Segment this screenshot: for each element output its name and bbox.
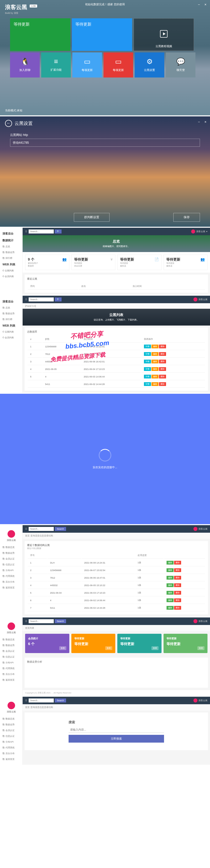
view-button[interactable]: 查看: [59, 646, 66, 650]
edit-button[interactable]: 编辑: [166, 561, 174, 564]
detail-button[interactable]: 详情: [144, 345, 151, 348]
table-row: 54112021-06-02 14:44:28详情编辑删除: [28, 381, 205, 388]
hero: 总览 能够编图片、填写图表等。: [23, 235, 210, 252]
avatar[interactable]: [193, 527, 198, 531]
site-input[interactable]: [10, 139, 200, 147]
minimize-button[interactable]: −: [198, 2, 200, 6]
stat-card: ¥等待更新等待更新来自百度: [71, 254, 115, 270]
search-button[interactable]: Search: [55, 527, 66, 531]
table-row: 642021-06-02 14:06:441条编辑删除: [28, 597, 205, 604]
search-input[interactable]: [29, 229, 54, 234]
tile-update-2[interactable]: ▭每项更新: [104, 53, 133, 78]
nav-members[interactable]: © 会员列表: [0, 274, 22, 279]
minimize-button[interactable]: −: [198, 120, 200, 124]
search-button[interactable]: 🔍: [55, 298, 61, 302]
version-badge: 1.06: [30, 4, 37, 7]
nav-rank[interactable]: 数 排行榜: [0, 255, 22, 261]
search-input[interactable]: [29, 298, 54, 302]
tile-update-1[interactable]: ▭每项更新: [72, 53, 102, 78]
table-row: 754112021-06-02 14:44:281条编辑删除: [28, 604, 205, 612]
tile-join-group[interactable]: 🐧加入群聊: [10, 53, 40, 78]
breadcrumb: 首页列表: [23, 625, 210, 631]
chevron-down-icon[interactable]: ▾: [206, 230, 208, 233]
topbar: ☰ 🔍 浪客云黑▾: [23, 228, 210, 235]
settings-window: ← 云黑设置 − × 云黑网站 http 群判断设置 保存: [0, 116, 210, 227]
search-button[interactable]: Search: [55, 619, 66, 623]
search-button[interactable]: Search: [55, 699, 66, 703]
section-title: 最近云黑: [27, 277, 206, 281]
avatar: [7, 530, 15, 538]
app-subtitle: Build by 浪客: [5, 11, 205, 15]
yen-icon: ¥: [110, 257, 112, 261]
delete-button[interactable]: 删除: [174, 561, 181, 564]
avatar: [7, 702, 15, 709]
table-row: 42021-06-052021-06-04 17:10:23详情编辑删除: [28, 366, 205, 373]
settings-title: 云黑设置: [15, 120, 33, 126]
sidebar: 浪客后台 数 总览 数 数据走势 数 排行榜 WEB 列表 © 云黑列表 © 会…: [0, 296, 23, 393]
search-input[interactable]: [29, 619, 54, 623]
menu-icon[interactable]: ☰: [25, 528, 27, 530]
nav-trends[interactable]: 数 数据走势: [0, 250, 22, 255]
loading-screen: 实在实在的连接中...: [0, 394, 210, 524]
stat-card: 📄等待更新等待更新服务器: [117, 254, 161, 270]
avatar: [7, 622, 15, 630]
stat-card: 等待更新等待更新查看: [71, 634, 115, 653]
menu-icon[interactable]: ☰: [25, 298, 27, 301]
menu-icon[interactable]: ☰: [25, 620, 27, 622]
edit-button[interactable]: 编辑: [152, 345, 158, 348]
search-input[interactable]: [29, 699, 54, 703]
table-row: 378122021-06-06 16:47:011条编辑删除: [28, 574, 205, 581]
close-button[interactable]: ×: [205, 120, 207, 124]
chat-icon: 💬: [166, 57, 195, 66]
menu-icon[interactable]: ☰: [25, 699, 27, 702]
update-tile-2[interactable]: 等待更新: [72, 18, 132, 51]
nav-blacklist[interactable]: © 云黑列表: [0, 268, 22, 274]
brand: 浪客后台: [0, 230, 22, 237]
tile-extensions[interactable]: ≡扩展功能: [41, 53, 71, 78]
site-label: 云黑网站 http: [10, 133, 200, 137]
gear-icon: ⚙: [135, 57, 164, 66]
admin-query: 浪客云黑 数 数据总览 数 数据走势 数 会员认证 数 信息认证 数 分布API…: [0, 525, 210, 616]
layers-icon: ≡: [41, 57, 71, 65]
avatar[interactable]: [193, 699, 198, 703]
search-input[interactable]: [29, 527, 54, 531]
users-icon: 👥: [62, 257, 67, 261]
stat-card: 等待更新等待更新查看: [163, 634, 208, 653]
loading-text: 实在实在的连接中...: [93, 465, 117, 469]
update-tile-1[interactable]: 等待更新: [10, 18, 70, 51]
data-table: 序号处理进度 1DLH2021-06-08 14:24:311条编辑删除 212…: [27, 552, 206, 612]
table-row: 11234566682021-06-08 19:22:01详情编辑删除: [28, 343, 205, 350]
footer: Copyright (C) 浪客云黑 2021 - , All Rights R…: [23, 690, 210, 696]
admin-overview: 浪客后台 数据统计 数 总览 数 数据走势 数 排行榜 WEB 列表 © 云黑列…: [0, 228, 210, 295]
card-icon: ▭: [72, 57, 102, 66]
admin-search: 浪客云黑 数 数据总览数 数据走势数 会员认证数 信息认证数 分布API数 代理…: [0, 697, 210, 765]
video-tile[interactable]: 云黑教程视频: [134, 18, 194, 51]
table-row: 278122021-06-07 15:01:48详情编辑删除: [28, 351, 205, 358]
breadcrumb: 首页 查询清查信息查看结构: [23, 704, 210, 711]
close-button[interactable]: ×: [205, 2, 207, 6]
search-button[interactable]: 🔍: [55, 229, 61, 234]
table-row: 34455322021-06-06 16:42:01详情编辑删除: [28, 358, 205, 365]
tile-chat[interactable]: 💬聊天室: [166, 53, 195, 78]
table-row: 542021-06-03 14:06:44详情编辑删除: [28, 373, 205, 380]
recent-table: 序列姓名加入时间: [27, 283, 206, 290]
avatar[interactable]: [193, 619, 198, 623]
stat-card: 👥9 个被添加用户数据库: [25, 254, 69, 270]
delete-button[interactable]: 删除: [159, 345, 166, 348]
table-row: 21234566682021-06-07 15:02:541条编辑删除: [28, 567, 205, 574]
save-button[interactable]: 保存: [173, 213, 200, 222]
table-row: 52021-06-042021-06-03 17:10:231条编辑删除: [28, 589, 205, 596]
spinner-icon: [99, 449, 111, 462]
nav-item[interactable]: 数 数据总览: [0, 545, 22, 550]
avatar[interactable]: [191, 229, 195, 234]
group-settings-button[interactable]: 群判断设置: [74, 213, 109, 222]
nav-overview[interactable]: 数 总览: [0, 244, 22, 250]
back-button[interactable]: ←: [5, 120, 12, 127]
table-row: 44455322021-06-05 15:10:221条编辑删除: [28, 582, 205, 589]
query-input[interactable]: [69, 726, 164, 733]
tile-settings[interactable]: ⚙云黑设置: [135, 53, 164, 78]
breadcrumb: [Panel 3.0]: [23, 303, 210, 309]
search-submit-button[interactable]: 立即搜索: [69, 735, 164, 743]
menu-icon[interactable]: ☰: [25, 230, 27, 233]
avatar[interactable]: [193, 298, 198, 302]
